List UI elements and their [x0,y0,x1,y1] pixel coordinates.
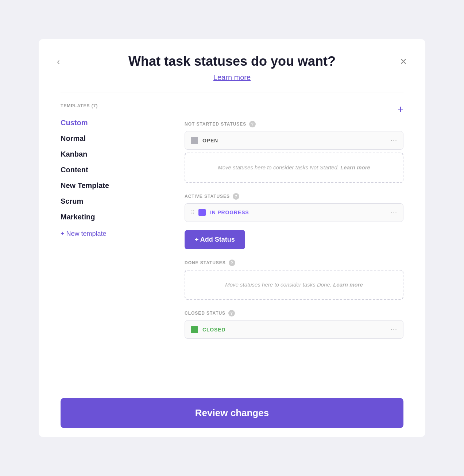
template-item-custom[interactable]: Custom [61,115,177,131]
in-progress-status-name: IN PROGRESS [210,210,386,215]
closed-status-row: CLOSED ··· [185,320,403,339]
open-status-row: OPEN ··· [185,131,403,150]
template-item-marketing[interactable]: Marketing [61,209,177,225]
footer: Review changes [39,389,425,437]
not-started-drop-text: Move statuses here to consider tasks Not… [191,164,397,172]
template-item-new-template[interactable]: New Template [61,178,177,193]
header-divider [61,92,403,92]
done-drop-zone: Move statuses here to consider tasks Don… [185,270,403,300]
closed-label: CLOSED STATUS ? [185,310,403,316]
template-item-content[interactable]: Content [61,162,177,178]
modal: ‹ What task statuses do you want? Learn … [39,39,425,437]
closed-status-dot [191,326,198,333]
closed-help-icon[interactable]: ? [228,310,235,316]
active-section: ACTIVE STATUSES ? ⠿ IN PROGRESS ··· + Ad… [185,193,403,249]
not-started-section: NOT STARTED STATUSES ? OPEN ··· Move sta… [185,121,403,183]
in-progress-status-more-button[interactable]: ··· [391,209,397,216]
closed-label-text: CLOSED STATUS [185,311,225,316]
not-started-label: NOT STARTED STATUSES ? [185,121,403,127]
drag-handle-icon[interactable]: ⠿ [191,210,194,215]
active-label: ACTIVE STATUSES ? [185,193,403,200]
in-progress-status-row: ⠿ IN PROGRESS ··· [185,203,403,222]
done-drop-text: Move statuses here to consider tasks Don… [191,281,397,289]
open-status-name: OPEN [202,138,386,143]
done-section: DONE STATUSES ? Move statuses here to co… [185,260,403,300]
right-header: + [185,103,403,119]
page-title: What task statuses do you want? [61,54,403,69]
open-status-more-button[interactable]: ··· [391,137,397,144]
review-changes-button[interactable]: Review changes [61,398,403,428]
add-template-button[interactable]: + [398,103,403,115]
not-started-drop-zone: Move statuses here to consider tasks Not… [185,153,403,183]
in-progress-status-dot [198,209,206,216]
not-started-label-text: NOT STARTED STATUSES [185,122,246,127]
closed-status-name: CLOSED [202,327,386,333]
right-panel: + NOT STARTED STATUSES ? OPEN ··· Move s… [185,103,403,378]
closed-section: CLOSED STATUS ? CLOSED ··· [185,310,403,339]
learn-more-link[interactable]: Learn more [213,73,251,81]
templates-label: TEMPLATES (7) [61,103,177,108]
template-item-kanban[interactable]: Kanban [61,146,177,162]
closed-status-more-button[interactable]: ··· [391,326,397,333]
active-help-icon[interactable]: ? [233,193,239,200]
active-label-text: ACTIVE STATUSES [185,194,230,199]
done-label-text: DONE STATUSES [185,260,226,265]
not-started-help-icon[interactable]: ? [249,121,256,127]
header: ‹ What task statuses do you want? Learn … [39,39,425,92]
done-label: DONE STATUSES ? [185,260,403,266]
open-status-dot [191,137,198,144]
template-list: Custom Normal Kanban Content New Templat… [61,115,177,225]
body: TEMPLATES (7) Custom Normal Kanban Conte… [39,92,425,389]
back-button[interactable]: ‹ [57,57,60,67]
add-status-button[interactable]: + Add Status [185,230,245,249]
template-item-normal[interactable]: Normal [61,131,177,146]
left-panel: TEMPLATES (7) Custom Normal Kanban Conte… [61,103,177,378]
template-item-scrum[interactable]: Scrum [61,193,177,209]
done-help-icon[interactable]: ? [229,260,235,266]
new-template-button[interactable]: + New template [61,230,107,238]
close-button[interactable]: ✕ [400,57,407,67]
